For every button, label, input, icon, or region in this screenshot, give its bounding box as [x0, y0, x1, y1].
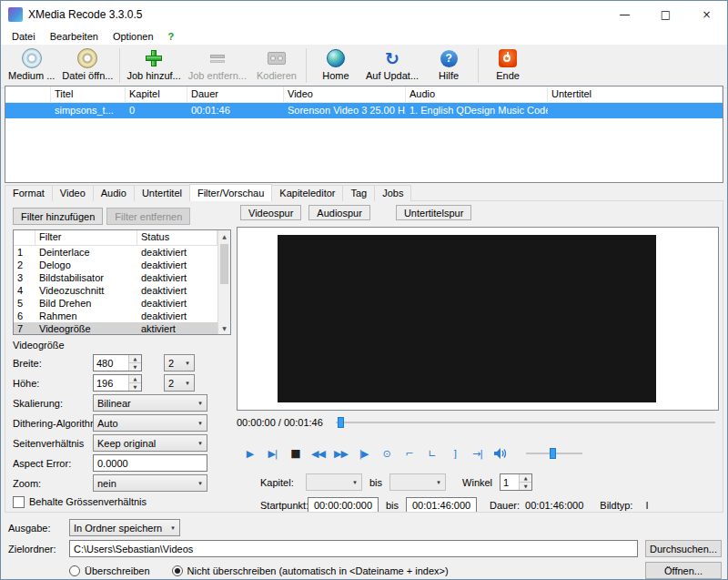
filter-list-scrollbar[interactable]: ▲ ▼	[217, 230, 230, 334]
column-header-untertitel[interactable]: Untertitel	[548, 86, 723, 102]
stop-button[interactable]: ■	[284, 443, 307, 463]
seek-slider-track[interactable]	[336, 422, 715, 423]
filter-col-name[interactable]: Filter	[35, 230, 137, 245]
nicht-ueberschreiben-label[interactable]: Nicht überschreiben (automatisch in <Dat…	[187, 565, 449, 576]
filter-row-selected[interactable]: 7 Videogröße aktiviert	[14, 322, 217, 334]
toolbar-update-button[interactable]: ↻ Auf Updat...	[362, 46, 422, 81]
toolbar-exit-button[interactable]: Ende	[481, 46, 534, 81]
scroll-up-icon[interactable]: ▲	[218, 230, 230, 242]
menu-datei[interactable]: Datei	[5, 29, 43, 44]
tab-video[interactable]: Video	[52, 185, 94, 201]
chevron-down-icon: ▾	[194, 440, 207, 447]
mark-start-button[interactable]: ⌐	[398, 443, 420, 463]
volume-slider[interactable]	[526, 447, 582, 460]
tab-tag[interactable]: Tag	[342, 185, 375, 201]
toolbar-medium-button[interactable]: Medium ...	[5, 46, 58, 81]
close-button[interactable]: ×	[686, 1, 727, 27]
menu-optionen[interactable]: Optionen	[106, 29, 161, 44]
job-table-row-selected[interactable]: simpsons_t... 0 00:01:46 Sorenson Video …	[5, 103, 723, 118]
toolbar-home-button[interactable]: Home	[309, 46, 362, 81]
keep-ratio-row[interactable]: Behalte Grössenverhältnis	[13, 494, 231, 509]
menu-hilfe[interactable]: ?	[161, 29, 182, 44]
filter-row[interactable]: 4 Videozuschnitt deaktiviert	[14, 284, 217, 297]
step-forward-button[interactable]: |▶	[352, 443, 375, 463]
toolbar-add-job-button[interactable]: Job hinzuf...	[123, 46, 184, 81]
aspect-error-input[interactable]	[93, 454, 207, 472]
dithering-select[interactable]: Auto ▾	[93, 414, 207, 432]
tab-audio[interactable]: Audio	[93, 185, 135, 201]
zoom-select[interactable]: nein ▾	[93, 474, 207, 492]
audiospur-button[interactable]: Audiospur	[308, 205, 370, 220]
oeffnen-button[interactable]: Öffnen...	[645, 562, 722, 579]
seek-slider[interactable]	[336, 416, 719, 429]
spin-up-icon[interactable]: ▲	[129, 355, 141, 363]
ausgabe-select[interactable]: In Ordner speichern ▾	[69, 519, 180, 536]
menu-bearbeiten[interactable]: Bearbeiten	[43, 29, 106, 44]
scroll-down-icon[interactable]: ▼	[218, 322, 230, 334]
untertitelspur-button[interactable]: Untertitelspur	[396, 205, 471, 220]
spin-down-icon[interactable]: ▼	[129, 383, 141, 391]
column-header-audio[interactable]: Audio	[406, 86, 548, 102]
column-header-blank[interactable]	[5, 86, 51, 102]
tab-filter-vorschau[interactable]: Filter/Vorschau	[189, 184, 272, 201]
toolbar-open-file-button[interactable]: Datei öffn...	[58, 46, 116, 81]
filter-row[interactable]: 2 Delogo deaktiviert	[14, 259, 217, 271]
tab-kapiteleditor[interactable]: Kapiteleditor	[271, 185, 343, 201]
maximize-button[interactable]: □	[645, 1, 686, 27]
next-frame-button[interactable]: ▶|	[261, 443, 284, 463]
nicht-ueberschreiben-radio[interactable]	[172, 565, 183, 576]
add-filter-button[interactable]: Filter hinzufügen	[13, 208, 103, 225]
breite-stepper[interactable]: ▲▼	[93, 354, 142, 371]
winkel-stepper[interactable]: ▲▼	[500, 473, 532, 491]
tab-format[interactable]: Format	[5, 185, 53, 201]
fast-forward-button[interactable]: ▶▶	[329, 443, 352, 463]
app-icon	[8, 7, 23, 22]
spin-down-icon[interactable]: ▼	[520, 483, 531, 490]
filter-row[interactable]: 1 Deinterlace deaktiviert	[14, 246, 217, 259]
filter-col-status[interactable]: Status	[137, 230, 217, 245]
ueberschreiben-label[interactable]: Überschreiben	[85, 565, 150, 576]
spin-up-icon[interactable]: ▲	[129, 375, 141, 383]
column-header-video[interactable]: Video	[284, 86, 406, 102]
minimize-button[interactable]: —	[604, 1, 645, 27]
tab-untertitel[interactable]: Untertitel	[134, 185, 190, 201]
mark-start-alt-button[interactable]: ∟	[420, 443, 443, 463]
ueberschreiben-radio[interactable]	[69, 565, 80, 576]
rewind-button[interactable]: ◀◀	[307, 443, 329, 463]
tab-jobs[interactable]: Jobs	[374, 185, 411, 201]
skalierung-select[interactable]: Bilinear ▾	[93, 394, 207, 412]
play-button[interactable]: ▶	[238, 443, 261, 463]
seitenverhaeltnis-row: Seitenverhältnis Keep original ▾	[13, 434, 231, 452]
hoehe-stepper[interactable]: ▲▼	[93, 374, 142, 392]
filter-col-num[interactable]	[14, 230, 35, 245]
time-marker-button[interactable]: ⊙	[375, 443, 398, 463]
column-header-dauer[interactable]: Dauer	[187, 86, 284, 102]
column-header-kapitel[interactable]: Kapitel	[126, 86, 187, 102]
scrollbar-thumb[interactable]	[220, 244, 228, 284]
hoehe-mod-select[interactable]: 2 ▾	[164, 374, 195, 392]
breite-input[interactable]	[94, 355, 128, 371]
column-header-titel[interactable]: Titel	[51, 86, 126, 102]
filter-row[interactable]: 6 Rahmen deaktiviert	[14, 310, 217, 322]
volume-button[interactable]	[489, 443, 511, 463]
seek-slider-handle[interactable]	[338, 417, 344, 428]
toolbar-help-button[interactable]: ? Hilfe	[422, 46, 475, 81]
filter-row[interactable]: 3 Bildstabilisator deaktiviert	[14, 271, 217, 284]
keep-ratio-checkbox[interactable]	[13, 496, 25, 508]
seitenverhaeltnis-select[interactable]: Keep original ▾	[93, 434, 207, 452]
startpunkt-input[interactable]	[308, 497, 379, 514]
durchsuchen-button[interactable]: Durchsuchen...	[645, 540, 722, 557]
breite-mod-select[interactable]: 2 ▾	[164, 354, 195, 371]
endpunkt-input[interactable]	[406, 497, 477, 514]
mark-end-button[interactable]: ]	[443, 443, 466, 463]
spin-up-icon[interactable]: ▲	[520, 474, 531, 483]
hoehe-input[interactable]	[94, 375, 128, 391]
videospur-button[interactable]: Videospur	[240, 205, 301, 220]
volume-slider-handle[interactable]	[550, 448, 556, 459]
mark-end-alt-button[interactable]: →|	[466, 443, 489, 463]
filter-name: Delogo	[35, 259, 137, 270]
winkel-input[interactable]	[500, 474, 519, 490]
spin-down-icon[interactable]: ▼	[129, 363, 141, 371]
filter-row[interactable]: 5 Bild Drehen deaktiviert	[14, 297, 217, 310]
zielordner-input[interactable]	[69, 540, 638, 557]
